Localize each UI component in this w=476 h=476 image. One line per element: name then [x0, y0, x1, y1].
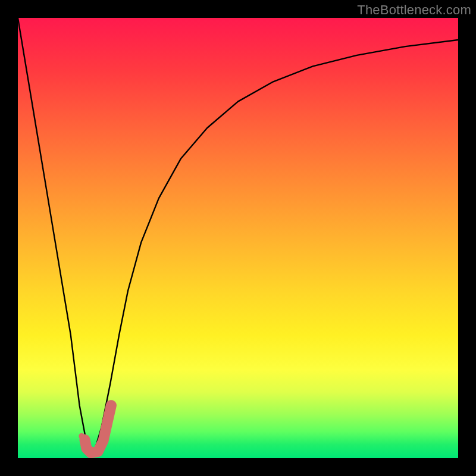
bottleneck-curve	[18, 18, 458, 454]
chart-plot-area	[18, 18, 458, 458]
dip-marker	[79, 433, 84, 439]
chart-svg-layer	[18, 18, 458, 458]
chart-frame: TheBottleneck.com	[0, 0, 476, 476]
watermark-text: TheBottleneck.com	[357, 2, 471, 18]
j-hook-segment	[85, 405, 111, 453]
